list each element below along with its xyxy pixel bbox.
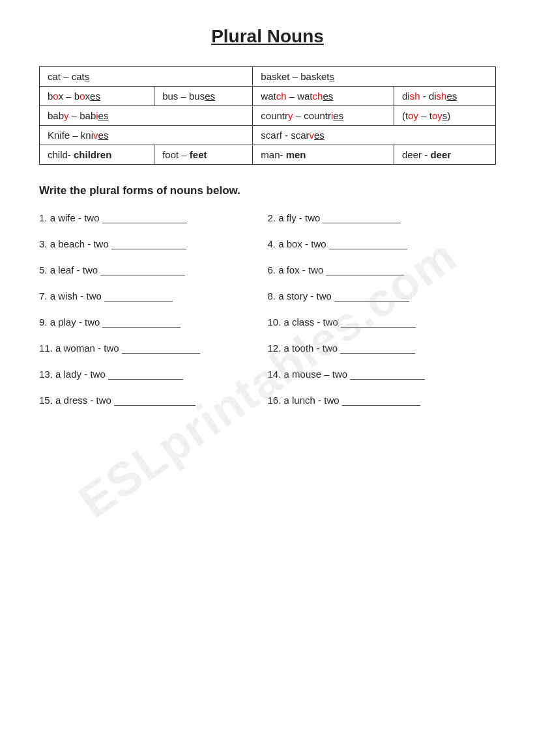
exercise-row: 1. a wife - two 2. a fly - two (39, 212, 496, 223)
answer-blank[interactable] (350, 368, 425, 380)
table-cell: (toy – toys) (394, 106, 496, 126)
exercise-item: 15. a dress - two (39, 394, 268, 406)
exercise-text: a lady - two (55, 369, 106, 380)
exercise-item: 2. a fly - two (268, 212, 497, 223)
exercise-row: 9. a play - two 10. a class - two (39, 316, 496, 328)
exercise-text: a wish - two (50, 290, 102, 301)
exercise-item: 8. a story - two (268, 290, 497, 301)
exercise-number: 15. (39, 395, 53, 406)
exercise-row: 11. a woman - two 12. a tooth - two (39, 342, 496, 354)
exercise-number: 14. (268, 369, 282, 380)
exercise-item: 6. a fox - two (268, 264, 497, 275)
exercise-number: 13. (39, 369, 53, 380)
exercise-text: a fly - two (278, 212, 320, 223)
exercise-text: a mouse – two (284, 369, 348, 380)
table-row: child- children foot – feet man- men dee… (40, 145, 496, 165)
exercise-number: 7. (39, 290, 48, 301)
table-cell: scarf - scarves (253, 126, 496, 145)
exercise-text: a fox - two (278, 264, 323, 275)
exercise-number: 12. (268, 343, 282, 354)
answer-blank[interactable] (326, 264, 404, 275)
exercise-text: a woman - two (55, 343, 119, 354)
exercise-number: 8. (268, 290, 276, 301)
answer-blank[interactable] (122, 342, 200, 354)
answer-blank[interactable] (329, 238, 407, 249)
answer-blank[interactable] (100, 264, 185, 275)
exercise-item: 3. a beach - two (39, 238, 268, 249)
exercise-text: a class - two (284, 316, 338, 328)
answer-blank[interactable] (102, 212, 187, 223)
exercise-item: 1. a wife - two (39, 212, 268, 223)
table-cell: country – countries (253, 106, 394, 126)
exercise-text: a lunch - two (284, 395, 340, 406)
table-cell: watch – watches (253, 87, 394, 106)
table-cell: baby – babies (40, 106, 253, 126)
answer-blank[interactable] (340, 342, 415, 354)
exercise-item: 10. a class - two (268, 316, 497, 328)
table-row: cat – cats basket – baskets (40, 67, 496, 87)
instruction-text: Write the plural forms of nouns below. (39, 184, 496, 197)
exercise-item: 4. a box - two (268, 238, 497, 249)
table-cell: Knife – knives (40, 126, 253, 145)
exercise-text: a beach - two (50, 238, 109, 249)
answer-blank[interactable] (111, 238, 186, 249)
answer-blank[interactable] (102, 316, 181, 328)
exercise-text: a play - two (50, 316, 100, 328)
exercise-text: a leaf - two (50, 264, 98, 275)
table-cell: foot – feet (154, 145, 253, 165)
exercise-text: a dress - two (55, 395, 111, 406)
exercise-number: 10. (268, 316, 282, 328)
exercise-item: 9. a play - two (39, 316, 268, 328)
table-row: Knife – knives scarf - scarves (40, 126, 496, 145)
exercise-item: 12. a tooth - two (268, 342, 497, 354)
exercise-text: a box - two (278, 238, 326, 249)
table-cell: deer - deer (394, 145, 496, 165)
table-cell: cat – cats (40, 67, 253, 87)
table-cell: bus – buses (154, 87, 253, 106)
page-title: Plural Nouns (39, 26, 496, 47)
answer-blank[interactable] (323, 212, 401, 223)
table-row: baby – babies country – countries (toy –… (40, 106, 496, 126)
answer-blank[interactable] (342, 394, 420, 406)
exercise-text: a tooth - two (284, 343, 338, 354)
table-cell: dish - dishes (394, 87, 496, 106)
exercise-row: 5. a leaf - two 6. a fox - two (39, 264, 496, 275)
exercise-item: 11. a woman - two (39, 342, 268, 354)
answer-blank[interactable] (108, 368, 183, 380)
exercise-number: 6. (268, 264, 276, 275)
reference-table: cat – cats basket – baskets box – boxes … (39, 66, 496, 165)
table-cell: child- children (40, 145, 154, 165)
answer-blank[interactable] (334, 290, 409, 301)
exercise-item: 16. a lunch - two (268, 394, 497, 406)
exercise-number: 16. (268, 395, 282, 406)
answer-blank[interactable] (114, 394, 195, 406)
exercise-text: a wife - two (50, 212, 100, 223)
exercise-text: a story - two (278, 290, 332, 301)
exercise-row: 7. a wish - two 8. a story - two (39, 290, 496, 301)
exercise-item: 13. a lady - two (39, 368, 268, 380)
table-row: box – boxes bus – buses watch – watches … (40, 87, 496, 106)
table-cell: man- men (253, 145, 394, 165)
exercise-row: 13. a lady - two 14. a mouse – two (39, 368, 496, 380)
exercise-number: 2. (268, 212, 276, 223)
answer-blank[interactable] (341, 316, 416, 328)
exercise-number: 1. (39, 212, 48, 223)
exercise-number: 9. (39, 316, 48, 328)
exercise-row: 3. a beach - two 4. a box - two (39, 238, 496, 249)
exercise-number: 11. (39, 343, 53, 354)
exercise-row: 15. a dress - two 16. a lunch - two (39, 394, 496, 406)
exercise-number: 5. (39, 264, 48, 275)
table-cell: basket – baskets (253, 67, 496, 87)
exercise-item: 5. a leaf - two (39, 264, 268, 275)
exercise-item: 7. a wish - two (39, 290, 268, 301)
answer-blank[interactable] (104, 290, 173, 301)
exercise-item: 14. a mouse – two (268, 368, 497, 380)
exercises-container: 1. a wife - two 2. a fly - two 3. a beac… (39, 212, 496, 406)
exercise-number: 4. (268, 238, 276, 249)
table-cell: box – boxes (40, 87, 154, 106)
exercise-number: 3. (39, 238, 48, 249)
